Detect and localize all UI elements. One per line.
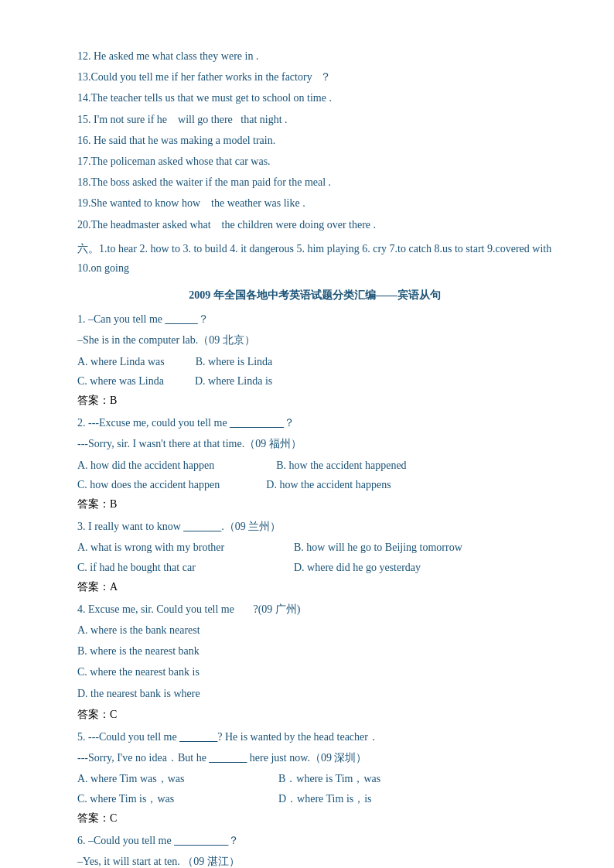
question-1: 1. –Can you tell me ______？ –She is in t… bbox=[77, 309, 552, 410]
q2-answer: 答案：B bbox=[77, 494, 552, 514]
q5-option-b: B．where is Tim，was bbox=[278, 769, 380, 788]
q5-text: 5. ---Could you tell me _______? He is w… bbox=[77, 727, 552, 747]
question-3: 3. I really want to know _______.（09 兰州）… bbox=[77, 517, 552, 596]
q5-context: ---Sorry, I've no idea．But he _______ he… bbox=[77, 748, 552, 767]
line-12: 12. He asked me what class they were in … bbox=[77, 46, 552, 66]
question-6: 6. –Could you tell me __________？ –Yes, … bbox=[77, 831, 552, 868]
q4-answer: 答案：C bbox=[77, 705, 552, 724]
q3-option-b: B. how will he go to Beijing tomorrow bbox=[294, 538, 462, 557]
q1-options-2: C. where was Linda D. where Linda is bbox=[77, 371, 552, 391]
line-16: 16. He said that he was making a model t… bbox=[77, 131, 552, 150]
q3-text: 3. I really want to know _______.（09 兰州） bbox=[77, 517, 552, 536]
q3-answer: 答案：A bbox=[77, 577, 552, 596]
line-14: 14.The teacher tells us that we must get… bbox=[77, 88, 552, 108]
q4-text: 4. Excuse me, sir. Could you tell me ?(0… bbox=[77, 600, 552, 619]
section-2009-title: 2009 年全国各地中考英语试题分类汇编——宾语从句 bbox=[77, 285, 552, 305]
line-15: 15. I'm not sure if he will go there tha… bbox=[77, 110, 552, 129]
q1-option-b: B. where is Linda bbox=[196, 352, 273, 371]
q2-option-b: B. how the accident happened bbox=[276, 456, 406, 475]
q5-option-a: A. where Tim was，was bbox=[77, 769, 278, 788]
q6-context: –Yes, it will start at ten. （09 湛江） bbox=[77, 852, 552, 868]
q4-option-d: D. the nearest bank is where bbox=[77, 684, 552, 703]
line-19: 19.She wanted to know how the weather wa… bbox=[77, 193, 552, 213]
q2-option-d: D. how the accident happens bbox=[266, 475, 391, 494]
q5-options-2: C. where Tim is，was D．where Tim is，is bbox=[77, 789, 552, 808]
q2-text: 2. ---Excuse me, could you tell me _____… bbox=[77, 413, 552, 432]
question-5: 5. ---Could you tell me _______? He is w… bbox=[77, 727, 552, 828]
q3-options-2: C. if had he bought that car D. where di… bbox=[77, 558, 552, 577]
line-17: 17.The policeman asked whose that car wa… bbox=[77, 152, 552, 171]
section-6-text: 1.to hear 2. how to 3. to build 4. it da… bbox=[77, 243, 551, 274]
section-6: 六。1.to hear 2. how to 3. to build 4. it … bbox=[77, 239, 552, 278]
q3-options-1: A. what is wrong with my brother B. how … bbox=[77, 538, 552, 557]
q1-text: 1. –Can you tell me ______？ bbox=[77, 309, 552, 329]
q1-answer: 答案：B bbox=[77, 391, 552, 410]
q3-option-d: D. where did he go yesterday bbox=[294, 558, 421, 577]
q5-options-1: A. where Tim was，was B．where is Tim，was bbox=[77, 769, 552, 788]
q3-option-c: C. if had he bought that car bbox=[77, 558, 294, 577]
q2-options-1: A. how did the accident happen B. how th… bbox=[77, 456, 552, 475]
q1-option-a: A. where Linda was bbox=[77, 352, 165, 371]
q4-option-c: C. where the nearest bank is bbox=[77, 662, 552, 682]
q6-text: 6. –Could you tell me __________？ bbox=[77, 831, 552, 850]
q1-option-d: D. where Linda is bbox=[195, 371, 272, 391]
q3-option-a: A. what is wrong with my brother bbox=[77, 538, 294, 557]
q2-option-c: C. how does the accident happen bbox=[77, 475, 220, 494]
q2-context: ---Sorry, sir. I wasn't there at that ti… bbox=[77, 434, 552, 453]
q5-option-d: D．where Tim is，is bbox=[278, 789, 372, 808]
q4-option-a: A. where is the bank nearest bbox=[77, 620, 552, 640]
q1-options: A. where Linda was B. where is Linda bbox=[77, 352, 552, 371]
q2-option-a: A. how did the accident happen bbox=[77, 456, 214, 475]
q2-options-2: C. how does the accident happen D. how t… bbox=[77, 475, 552, 494]
question-4: 4. Excuse me, sir. Could you tell me ?(0… bbox=[77, 600, 552, 724]
section-6-label: 六。 bbox=[77, 243, 99, 255]
q1-option-c: C. where was Linda bbox=[77, 371, 164, 391]
question-2: 2. ---Excuse me, could you tell me _____… bbox=[77, 413, 552, 514]
line-13: 13.Could you tell me if her father works… bbox=[77, 67, 552, 87]
line-18: 18.The boss asked the waiter if the man … bbox=[77, 173, 552, 192]
q1-context: –She is in the computer lab.（09 北京） bbox=[77, 330, 552, 350]
line-20: 20.The headmaster asked what the childre… bbox=[77, 215, 552, 234]
q5-option-c: C. where Tim is，was bbox=[77, 789, 278, 808]
q5-answer: 答案：C bbox=[77, 808, 552, 828]
page-content: 12. He asked me what class they were in … bbox=[0, 0, 614, 868]
q4-option-b: B. where is the nearest bank bbox=[77, 641, 552, 661]
